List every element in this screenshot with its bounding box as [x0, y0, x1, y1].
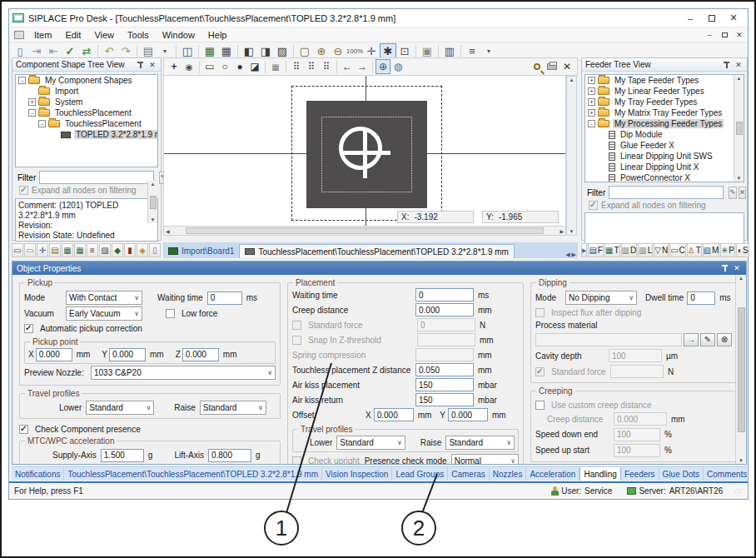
tab-acceleration[interactable]: Acceleration	[526, 468, 579, 481]
pin-icon[interactable]	[720, 263, 730, 273]
tab-handling[interactable]: Handling	[579, 466, 620, 481]
shape-canvas[interactable]: X:-3.192 Y:-1.965	[163, 76, 566, 226]
save-icon[interactable]: ▯	[149, 243, 161, 257]
menu-item[interactable]: Item	[27, 27, 58, 42]
mdi-minimize-button[interactable]: –	[703, 30, 716, 40]
browse-material-button[interactable]: ✎	[700, 333, 715, 346]
pickup-raise-select[interactable]: Standard	[200, 401, 266, 415]
grid-small-icon[interactable]	[289, 59, 304, 74]
expander-icon[interactable]: +	[588, 77, 595, 84]
3d-view-icon[interactable]	[390, 59, 405, 74]
tree-item[interactable]: +My Tray Feeder Types	[585, 97, 734, 107]
close-view-icon[interactable]: ✕	[560, 59, 574, 74]
tab-cameras[interactable]: Cameras	[448, 468, 490, 481]
transfer-icon[interactable]: ◈	[137, 243, 148, 257]
use-custom-creep-checkbox[interactable]	[535, 401, 545, 410]
board-icon[interactable]: ▦	[62, 243, 73, 257]
add-icon[interactable]	[167, 59, 182, 74]
line-tab[interactable]: ▥L	[638, 243, 653, 257]
tab-feeders[interactable]: Feeders	[621, 468, 659, 481]
tree-item[interactable]: -My Component Shapes	[16, 75, 157, 86]
filled-shape-tool-icon[interactable]	[232, 59, 247, 74]
doc-tab-board1[interactable]: Import\Board1	[163, 244, 239, 258]
previous-shape-icon[interactable]	[340, 59, 355, 74]
expand-nodes-checkbox[interactable]	[589, 201, 598, 210]
display-icon[interactable]: ▭	[12, 243, 23, 257]
close-panel-icon[interactable]: ✕	[734, 60, 744, 70]
dwell-time-input[interactable]	[687, 291, 715, 305]
low-force-checkbox[interactable]	[166, 309, 175, 318]
material-tab[interactable]: ▧M	[703, 243, 719, 257]
expander-icon[interactable]: +	[588, 87, 595, 95]
supply-axis-input[interactable]	[101, 449, 144, 462]
automatic-pickup-correction-checkbox[interactable]	[24, 324, 33, 333]
tab-nozzles[interactable]: Nozzles	[490, 468, 527, 481]
table-tab[interactable]: ▦T	[604, 243, 620, 257]
close-panel-icon[interactable]: ✕	[147, 60, 157, 70]
nozzle-tab[interactable]: ▽N	[654, 243, 669, 257]
placement-waiting-time-input[interactable]	[415, 288, 474, 301]
dimension-icon[interactable]	[268, 59, 283, 74]
vacuum-select[interactable]: Early Vacuum	[66, 306, 142, 321]
filter-input[interactable]	[39, 171, 154, 184]
expander-icon[interactable]: -	[28, 109, 36, 117]
display-alt-icon[interactable]: ▭	[24, 243, 36, 257]
tree-item[interactable]: +My Tape Feeder Types	[585, 75, 734, 86]
zoom-icon[interactable]	[530, 59, 545, 74]
tab-comments-links[interactable]: Comments & Links	[704, 468, 747, 481]
component-visibility-icon[interactable]	[182, 59, 196, 74]
offset-y-input[interactable]	[448, 408, 488, 421]
canvas-horizontal-scrollbar[interactable]: ◀▶	[163, 226, 566, 236]
mdi-close-button[interactable]: ✕	[733, 30, 746, 40]
scroll-right-icon[interactable]: ▶	[572, 252, 576, 258]
filter-clear-button[interactable]: ✕	[739, 187, 747, 199]
resize-grip[interactable]: .::	[734, 487, 743, 495]
board-component-icon[interactable]: ▦	[74, 243, 86, 257]
touchless-placement-z-distance-input[interactable]	[415, 363, 474, 376]
placement-lower-select[interactable]: Standard	[336, 436, 405, 450]
clipboard-icon[interactable]: ▤	[49, 243, 61, 257]
air-kiss-placement-input[interactable]	[415, 378, 474, 391]
polygon-tool-icon[interactable]	[247, 59, 262, 74]
filter-input[interactable]	[609, 186, 724, 199]
snap-in-z-threshold-checkbox[interactable]	[292, 336, 301, 345]
tree-item[interactable]: Glue Feeder X	[585, 140, 734, 151]
rectangle-tool-icon[interactable]	[202, 59, 217, 74]
lift-axis-input[interactable]	[208, 449, 251, 462]
tree-item[interactable]: -TouchlessPlacement	[16, 118, 157, 129]
feeder-tree-scrollbar[interactable]: ▲▼	[734, 75, 744, 182]
expander-icon[interactable]: -	[18, 77, 26, 84]
grid-medium-icon[interactable]	[304, 59, 319, 74]
creep-distance-input[interactable]	[415, 303, 474, 316]
process-tab[interactable]: ✳P	[720, 243, 735, 257]
next-shape-icon[interactable]	[355, 59, 370, 74]
minimize-button[interactable]: –	[679, 12, 701, 25]
pan-view-icon[interactable]: ✛	[37, 243, 48, 257]
mdi-document-icon[interactable]	[14, 31, 24, 39]
feeder-list-tab[interactable]: ▤F	[588, 243, 604, 257]
print-icon[interactable]	[545, 59, 560, 74]
tree-item[interactable]: Dip Module	[585, 129, 734, 140]
check-upright-checkbox[interactable]	[292, 456, 301, 465]
expander-icon[interactable]: +	[588, 98, 595, 106]
inspect-flux-checkbox[interactable]	[535, 308, 545, 317]
pin-icon[interactable]	[722, 60, 732, 70]
doc-tab-topled[interactable]: TouchlessPlacement\TouchlessPlacement\TO…	[239, 244, 515, 258]
close-panel-icon[interactable]: ✕	[732, 263, 742, 273]
assign-material-button[interactable]: →	[684, 333, 699, 346]
expander-icon[interactable]: -	[38, 120, 46, 127]
menu-window[interactable]: Window	[156, 27, 201, 42]
scroll-left-icon[interactable]: ◀	[565, 252, 569, 258]
menu-help[interactable]: Help	[201, 27, 234, 42]
mdi-restore-button[interactable]	[718, 30, 731, 40]
grid-large-icon[interactable]	[319, 59, 334, 74]
tree-item[interactable]: +My Linear Feeder Types	[585, 86, 734, 97]
close-button[interactable]: ✕	[723, 12, 744, 25]
pickup-y-input[interactable]	[109, 348, 146, 361]
tree-item-selected[interactable]: -My Processing Feeder Types	[585, 118, 734, 129]
strip-scroll-icon[interactable]: ▶	[581, 243, 587, 257]
center-crosshair-icon[interactable]	[376, 59, 390, 74]
tree-item[interactable]: Linear Dipping Unit SWS	[585, 151, 734, 162]
maximize-button[interactable]	[701, 12, 723, 25]
preview-nozzle-select[interactable]: 1033 C&P20	[91, 366, 276, 380]
